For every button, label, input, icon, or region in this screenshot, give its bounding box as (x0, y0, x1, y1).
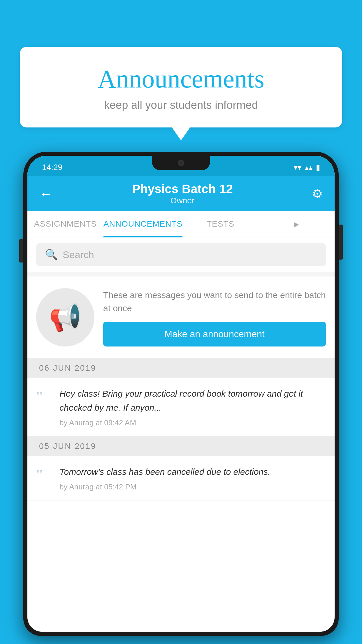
phone-wrapper: 14:29 ▾▾ ▴▴ ▮ ← Physics Batch 12 Owner ⚙ (23, 152, 339, 644)
battery-icon: ▮ (316, 163, 320, 172)
date-divider-2: 05 JUN 2019 (27, 436, 335, 456)
make-announcement-button[interactable]: Make an announcement (103, 322, 326, 346)
announcement-content-1: Hey class! Bring your practical record b… (59, 387, 326, 427)
bubble-subtitle: keep all your students informed (43, 99, 319, 111)
search-icon: 🔍 (45, 249, 58, 261)
speech-bubble: Announcements keep all your students inf… (20, 47, 342, 127)
announcement-content-2: Tomorrow's class has been cancelled due … (59, 465, 326, 491)
content-area: 🔍 Search 📢 These are messages you want t… (27, 237, 335, 501)
tab-assignments[interactable]: ASSIGNMENTS (27, 211, 103, 237)
tabs-container: ASSIGNMENTS ANNOUNCEMENTS TESTS ▸ (27, 211, 335, 237)
app-bar: ← Physics Batch 12 Owner ⚙ (27, 176, 335, 211)
announcement-item-2[interactable]: " Tomorrow's class has been cancelled du… (27, 456, 335, 501)
announcement-text-1: Hey class! Bring your practical record b… (59, 387, 326, 415)
app-bar-subtitle: Owner (132, 196, 233, 205)
announcement-text-2: Tomorrow's class has been cancelled due … (59, 465, 326, 479)
bubble-title: Announcements (43, 64, 319, 94)
search-bar[interactable]: 🔍 Search (36, 243, 326, 266)
notch-camera (178, 160, 184, 166)
megaphone-circle: 📢 (36, 288, 94, 346)
prompt-right: These are messages you want to send to t… (103, 288, 326, 346)
app-bar-title: Physics Batch 12 (132, 182, 233, 196)
status-time: 14:29 (42, 163, 62, 172)
phone-screen: 14:29 ▾▾ ▴▴ ▮ ← Physics Batch 12 Owner ⚙ (27, 156, 335, 632)
announcement-meta-1: by Anurag at 09:42 AM (59, 418, 326, 427)
settings-button[interactable]: ⚙ (312, 187, 323, 201)
quote-icon-1: " (36, 389, 51, 405)
tab-more[interactable]: ▸ (259, 211, 335, 237)
announcement-item-1[interactable]: " Hey class! Bring your practical record… (27, 378, 335, 436)
search-container: 🔍 Search (27, 237, 335, 272)
date-divider-1: 06 JUN 2019 (27, 358, 335, 378)
phone-outer: 14:29 ▾▾ ▴▴ ▮ ← Physics Batch 12 Owner ⚙ (23, 152, 339, 636)
announcement-prompt: 📢 These are messages you want to send to… (27, 276, 335, 358)
tab-announcements[interactable]: ANNOUNCEMENTS (103, 211, 182, 237)
app-bar-center: Physics Batch 12 Owner (132, 182, 233, 205)
search-placeholder: Search (63, 249, 94, 260)
phone-notch (152, 156, 210, 170)
status-icons: ▾▾ ▴▴ ▮ (294, 163, 320, 172)
back-button[interactable]: ← (39, 186, 53, 202)
quote-icon-2: " (36, 467, 51, 484)
announcement-meta-2: by Anurag at 05:42 PM (59, 482, 326, 491)
prompt-description: These are messages you want to send to t… (103, 288, 326, 315)
signal-icon: ▴▴ (305, 163, 312, 172)
wifi-icon: ▾▾ (294, 163, 301, 172)
megaphone-icon: 📢 (49, 302, 82, 333)
speech-bubble-area: Announcements keep all your students inf… (20, 47, 342, 127)
tab-tests[interactable]: TESTS (182, 211, 259, 237)
